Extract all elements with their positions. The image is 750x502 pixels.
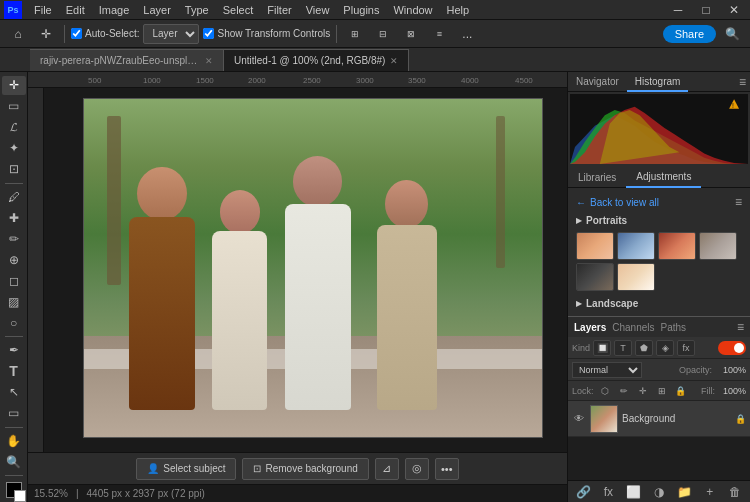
filter-shape-btn[interactable]: ⬟ [635,340,653,356]
canvas-container[interactable] [28,88,567,452]
link-layers-btn[interactable]: 🔗 [574,483,592,501]
channels-tab[interactable]: Channels [612,322,654,333]
preset-thumb-3[interactable] [658,232,696,260]
menu-image[interactable]: Image [93,0,136,20]
refine-button[interactable]: ◎ [405,458,429,480]
new-group-btn[interactable]: 📁 [675,483,693,501]
navigator-tab[interactable]: Navigator [568,72,627,92]
landscape-section[interactable]: ▶ Landscape [568,295,750,312]
menu-file[interactable]: File [28,0,58,20]
remove-background-button[interactable]: ⊡ Remove background [242,458,368,480]
auto-select-checkbox[interactable]: Auto-Select: [71,28,139,39]
align-left-button[interactable]: ⊞ [343,23,367,45]
menu-select[interactable]: Select [217,0,260,20]
add-style-btn[interactable]: fx [599,483,617,501]
lock-artboard-btn[interactable]: ⊞ [654,384,670,398]
search-button[interactable]: 🔍 [720,23,744,45]
heal-tool[interactable]: ✚ [2,208,26,227]
menu-type[interactable]: Type [179,0,215,20]
histogram-tab[interactable]: Histogram [627,72,689,92]
lasso-tool[interactable]: 𝓛 [2,118,26,137]
layers-menu-button[interactable]: ≡ [737,320,744,334]
select-tool[interactable]: ▭ [2,97,26,116]
preset-thumb-6[interactable] [617,263,655,291]
move-tool[interactable]: ✛ [2,76,26,95]
new-fill-btn[interactable]: ◑ [650,483,668,501]
lock-position-btn[interactable]: ✛ [635,384,651,398]
portraits-section[interactable]: ▶ Portraits [568,212,750,229]
bottom-more-button[interactable]: ••• [435,458,459,480]
text-tool[interactable]: T [2,362,26,381]
transform-checkbox[interactable]: Show Transform Controls [203,28,330,39]
brush-tool[interactable]: ✏ [2,229,26,248]
quick-select-tool[interactable]: ✦ [2,139,26,158]
auto-select-input[interactable] [71,28,82,39]
preset-thumb-2[interactable] [617,232,655,260]
back-to-view-row[interactable]: ← Back to view all ≡ [568,192,750,212]
zoom-tool[interactable]: 🔍 [2,452,26,471]
home-button[interactable]: ⌂ [6,23,30,45]
lock-all-btn[interactable]: 🔒 [673,384,689,398]
add-mask-btn[interactable]: ⬜ [625,483,643,501]
portraits-thumbnails [568,229,750,295]
photo-canvas[interactable] [83,98,543,438]
gradient-tool[interactable]: ▨ [2,292,26,311]
mask-button[interactable]: ⊿ [375,458,399,480]
new-layer-btn[interactable]: + [701,483,719,501]
preset-thumb-5[interactable] [576,263,614,291]
tab-1[interactable]: Untitled-1 @ 100% (2nd, RGB/8#) ✕ [224,49,409,71]
delete-layer-btn[interactable]: 🗑 [726,483,744,501]
menu-plugins[interactable]: Plugins [337,0,385,20]
distribute-button[interactable]: ≡ [427,23,451,45]
libraries-tab[interactable]: Libraries [568,166,626,188]
preset-thumb-4[interactable] [699,232,737,260]
adjustments-tab[interactable]: Adjustments [626,166,701,188]
layer-select[interactable]: Layer [143,24,199,44]
menu-layer[interactable]: Layer [137,0,177,20]
layer-visibility-eye[interactable]: 👁 [572,412,586,426]
filter-type-btn[interactable]: T [614,340,632,356]
close-button[interactable]: ✕ [722,0,746,21]
histogram-menu-button[interactable]: ≡ [735,72,750,91]
transform-input[interactable] [203,28,214,39]
lock-pixels-btn[interactable]: ✏ [616,384,632,398]
foreground-color[interactable] [6,482,22,498]
eraser-tool[interactable]: ◻ [2,271,26,290]
preset-thumb-1[interactable] [576,232,614,260]
minimize-button[interactable]: ─ [666,0,690,21]
eyedropper-tool[interactable]: 🖊 [2,187,26,206]
background-layer-row[interactable]: 👁 Background 🔒 [568,401,750,437]
menu-view[interactable]: View [300,0,336,20]
tab-1-close[interactable]: ✕ [390,56,398,66]
move-tool-button[interactable]: ✛ [34,23,58,45]
select-subject-button[interactable]: 👤 Select subject [136,458,236,480]
align-right-button[interactable]: ⊠ [399,23,423,45]
layers-tab[interactable]: Layers [574,322,606,333]
path-select-tool[interactable]: ↖ [2,383,26,402]
paths-tab[interactable]: Paths [661,322,687,333]
filter-smart-btn[interactable]: ◈ [656,340,674,356]
dodge-tool[interactable]: ○ [2,313,26,332]
filter-toggle[interactable] [718,341,746,355]
adj-menu-button[interactable]: ≡ [735,195,742,209]
more-options-button[interactable]: ... [455,23,479,45]
crop-tool[interactable]: ⊡ [2,160,26,179]
align-center-button[interactable]: ⊟ [371,23,395,45]
shape-tool[interactable]: ▭ [2,404,26,423]
status-divider: | [76,488,79,499]
blend-mode-select[interactable]: Normal [572,362,642,378]
menu-window[interactable]: Window [387,0,438,20]
share-button[interactable]: Share [663,25,716,43]
filter-pixel-btn[interactable]: 🔲 [593,340,611,356]
menu-edit[interactable]: Edit [60,0,91,20]
clone-tool[interactable]: ⊕ [2,250,26,269]
pen-tool[interactable]: ✒ [2,341,26,360]
menu-help[interactable]: Help [441,0,476,20]
filter-effect-btn[interactable]: fx [677,340,695,356]
tab-0-close[interactable]: ✕ [205,56,213,66]
lock-transparent-btn[interactable]: ⬡ [597,384,613,398]
maximize-button[interactable]: □ [694,0,718,21]
tab-0[interactable]: rajiv-perera-pNWZraubEeo-unsplash.jpg @ … [30,49,224,71]
menu-filter[interactable]: Filter [261,0,297,20]
hand-tool[interactable]: ✋ [2,431,26,450]
